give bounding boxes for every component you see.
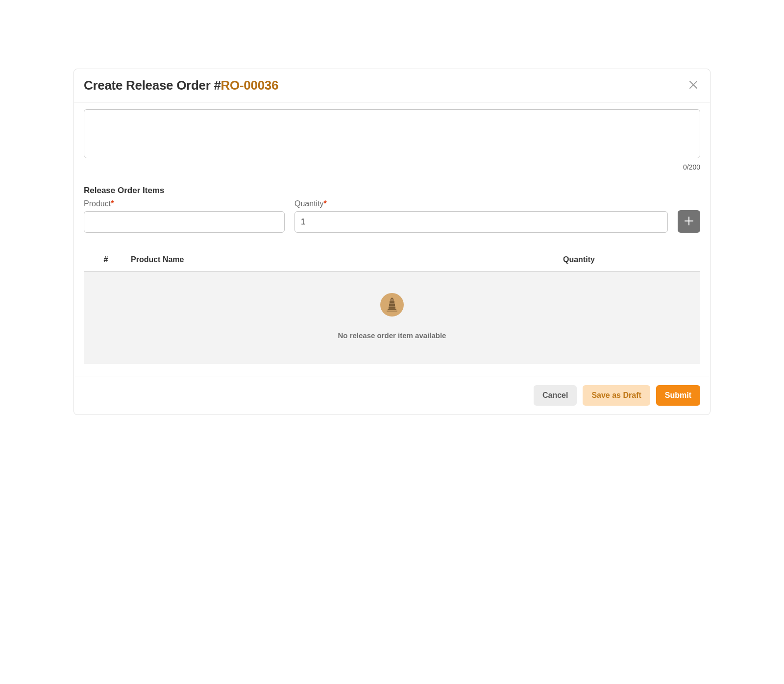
svg-rect-9 [389, 306, 395, 307]
quantity-label-text: Quantity [294, 199, 324, 208]
svg-rect-7 [390, 303, 395, 304]
svg-rect-5 [390, 299, 394, 301]
column-header-number: # [84, 255, 128, 264]
add-item-button[interactable] [678, 210, 700, 233]
quantity-label: Quantity* [294, 199, 668, 208]
order-number: RO-00036 [221, 78, 279, 93]
product-label-text: Product [84, 199, 111, 208]
items-section-title: Release Order Items [84, 186, 700, 195]
close-icon [688, 80, 698, 91]
required-mark: * [111, 199, 114, 208]
column-header-quantity: Quantity [563, 255, 700, 264]
items-table-header: # Product Name Quantity [84, 246, 700, 271]
svg-marker-4 [391, 297, 393, 299]
lighthouse-icon [380, 293, 404, 317]
svg-rect-8 [389, 304, 395, 306]
svg-rect-10 [389, 307, 395, 309]
items-empty-state: No release order item available [84, 271, 700, 364]
plus-icon [684, 216, 694, 227]
required-mark: * [324, 199, 327, 208]
title-prefix: Create Release Order # [84, 78, 221, 93]
column-header-name: Product Name [128, 255, 563, 264]
close-button[interactable] [686, 78, 700, 93]
submit-button[interactable]: Submit [656, 385, 700, 406]
save-draft-button[interactable]: Save as Draft [583, 385, 650, 406]
product-label: Product* [84, 199, 285, 208]
modal-body: 0/200 Release Order Items Product* Quant… [74, 102, 710, 376]
quantity-input[interactable] [294, 211, 668, 233]
description-textarea[interactable] [84, 109, 700, 158]
svg-rect-12 [387, 311, 397, 311]
item-entry-row: Product* Quantity* [84, 199, 700, 233]
modal-title: Create Release Order #RO-00036 [84, 78, 278, 93]
modal-footer: Cancel Save as Draft Submit [74, 376, 710, 415]
modal-header: Create Release Order #RO-00036 [74, 69, 710, 102]
product-input[interactable] [84, 211, 285, 233]
create-release-order-modal: Create Release Order #RO-00036 0/200 Rel… [74, 69, 710, 415]
character-counter: 0/200 [84, 163, 700, 171]
quantity-field-group: Quantity* [294, 199, 668, 233]
cancel-button[interactable]: Cancel [534, 385, 577, 406]
empty-state-text: No release order item available [338, 331, 446, 340]
svg-rect-6 [390, 301, 394, 303]
svg-rect-11 [388, 309, 396, 310]
product-field-group: Product* [84, 199, 285, 233]
